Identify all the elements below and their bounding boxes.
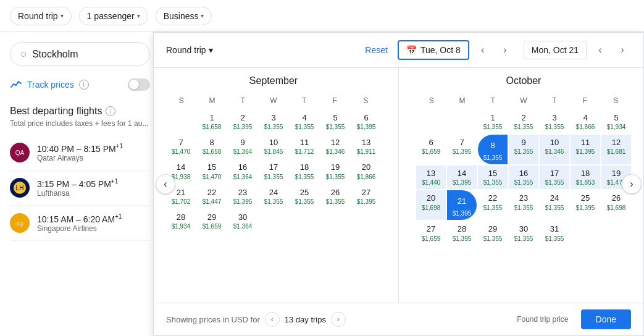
calendar-day[interactable]: 21$1,395	[447, 190, 477, 220]
calendar-day[interactable]: 26$1,355	[320, 185, 350, 208]
calendar-day[interactable]: 26$1,698	[601, 190, 631, 220]
calendar-day[interactable]: 17$1,355	[540, 166, 569, 189]
cabin-class-button[interactable]: Business ▾	[156, 7, 212, 25]
calendar-day[interactable]: 5$1,355	[320, 110, 350, 133]
trips-nav-prev[interactable]: ‹	[265, 312, 280, 327]
done-button[interactable]: Done	[581, 309, 631, 329]
calendar-day[interactable]: 30$1,364	[228, 209, 257, 233]
calendar-day[interactable]: 10$1,346	[540, 135, 569, 164]
calendar-day[interactable]: 29$1,659	[197, 209, 227, 233]
track-prices-toggle[interactable]	[128, 78, 150, 91]
flight-card-lufthansa[interactable]: LH 3:15 PM – 4:05 PM+1 Lufthansa	[10, 170, 150, 206]
best-departing-subtitle: Total price includes taxes + fees for 1 …	[10, 119, 150, 128]
right-nav-button[interactable]: ›	[622, 174, 642, 194]
round-trip-button[interactable]: Round trip ▾	[10, 7, 72, 25]
end-date-next[interactable]: ›	[614, 41, 631, 59]
calendar-day[interactable]: 24$1,355	[259, 185, 288, 208]
calendar-day[interactable]: 10$1,845	[259, 135, 288, 158]
start-date-box[interactable]: 📅 Tue, Oct 8	[398, 40, 469, 60]
calendar-day[interactable]: 8$1,355	[478, 135, 508, 164]
calendar-footer: Showing prices in USD for ‹ 13 day trips…	[154, 303, 643, 335]
calendar-day[interactable]: 16$1,364	[228, 159, 257, 183]
qatar-logo: QA	[10, 143, 30, 162]
calendar-day[interactable]: 19$1,355	[320, 159, 350, 183]
calendar-day[interactable]: 28$1,934	[166, 209, 196, 233]
calendar-day[interactable]: 23$1,395	[228, 185, 257, 208]
calendar-day[interactable]: 11$1,712	[290, 135, 319, 158]
calendar-day[interactable]: 18$1,853	[571, 166, 600, 189]
trips-label: 13 day trips	[285, 315, 326, 324]
calendar-day[interactable]: 4$1,866	[571, 110, 600, 133]
calendar-day[interactable]: 2$1,355	[509, 110, 538, 133]
calendar-day[interactable]: 13$1,911	[351, 135, 381, 158]
calendar-day[interactable]: 15$1,355	[478, 166, 508, 189]
calendar-day[interactable]: 9$1,355	[509, 135, 538, 164]
calendar-day[interactable]: 4$1,355	[290, 110, 319, 133]
calendar-day[interactable]: 2$1,395	[228, 110, 257, 133]
calendar-round-trip-label: Round trip	[166, 45, 206, 55]
calendar-day[interactable]: 1$1,658	[197, 110, 227, 133]
calendar-day[interactable]: 12$1,681	[601, 135, 631, 164]
svg-text:SQ: SQ	[16, 221, 23, 227]
calendar-day[interactable]: 27$1,659	[416, 221, 446, 245]
calendar-day[interactable]: 11$1,395	[571, 135, 600, 164]
best-departing-section: Best departing flights i Total price inc…	[10, 106, 150, 241]
calendar-day[interactable]: 3$1,355	[540, 110, 569, 133]
end-date-prev[interactable]: ‹	[592, 41, 609, 59]
calendar-day[interactable]: 30$1,355	[509, 221, 538, 245]
calendar-day[interactable]: 15$1,470	[197, 159, 227, 183]
calendar-day	[351, 209, 381, 233]
calendar-day[interactable]: 18$1,355	[290, 159, 319, 183]
track-prices-info-icon[interactable]: i	[79, 80, 89, 90]
end-date-box[interactable]: Mon, Oct 21	[524, 41, 587, 59]
calendar-day[interactable]: 23$1,355	[509, 190, 538, 220]
calendar-day[interactable]: 29$1,355	[478, 221, 508, 245]
best-departing-info-icon[interactable]: i	[106, 106, 115, 116]
qatar-airline-name: Qatar Airways	[37, 154, 150, 162]
qatar-flight-time: 10:40 PM – 8:15 PM+1	[37, 143, 150, 154]
calendar-day[interactable]: 6$1,395	[351, 110, 381, 133]
start-date-next[interactable]: ›	[496, 41, 514, 59]
calendar-day[interactable]: 16$1,355	[509, 166, 538, 189]
start-date-prev[interactable]: ‹	[474, 41, 491, 59]
calendar-day[interactable]: 7$1,470	[166, 135, 196, 158]
reset-button[interactable]: Reset	[365, 45, 388, 55]
flight-card-singapore[interactable]: SQ 10:15 AM – 6:20 AM+1 Singapore Airlin…	[10, 206, 150, 241]
calendar-day	[290, 209, 319, 233]
calendar-day[interactable]: 25$1,395	[571, 190, 600, 220]
calendar-day[interactable]: 22$1,447	[197, 185, 227, 208]
calendar-day[interactable]: 20$1,866	[351, 159, 381, 183]
calendar-day[interactable]: 20$1,698	[416, 190, 446, 220]
lufthansa-flight-time: 3:15 PM – 4:05 PM+1	[37, 178, 150, 189]
calendar-day[interactable]: 17$1,355	[259, 159, 288, 183]
october-grid: 1$1,3552$1,3553$1,3554$1,8665$1,9346$1,6…	[416, 110, 631, 245]
top-bar: Round trip ▾ 1 passenger ▾ Business ▾	[0, 0, 644, 32]
calendar-day[interactable]: 22$1,355	[478, 190, 508, 220]
calendar-day[interactable]: 6$1,659	[416, 135, 446, 164]
calendar-day[interactable]: 27$1,395	[351, 185, 381, 208]
passengers-button[interactable]: 1 passenger ▾	[79, 7, 148, 25]
calendar-day[interactable]: 12$1,346	[320, 135, 350, 158]
calendar-day[interactable]: 25$1,355	[290, 185, 319, 208]
calendar-day[interactable]: 13$1,440	[416, 166, 446, 189]
calendar-day[interactable]: 3$1,355	[259, 110, 288, 133]
calendar-day[interactable]: 14$1,395	[447, 166, 477, 189]
calendar-day[interactable]: 1$1,355	[478, 110, 508, 133]
calendar-day[interactable]: 7$1,395	[447, 135, 477, 164]
calendar-day[interactable]: 9$1,364	[228, 135, 257, 158]
calendar-day	[416, 110, 446, 133]
search-input[interactable]: ○ Stockholm	[10, 42, 150, 66]
calendar-day[interactable]: 24$1,355	[540, 190, 569, 220]
calendar-day[interactable]: 5$1,934	[601, 110, 631, 133]
calendar-round-trip-selector[interactable]: Round trip ▾	[166, 45, 213, 55]
end-date-nav: Mon, Oct 21 ‹ ›	[524, 41, 631, 59]
calendar-day[interactable]: 8$1,658	[197, 135, 227, 158]
calendar-day[interactable]: 31$1,355	[540, 221, 569, 245]
calendar-header: Round trip ▾ Reset 📅 Tue, Oct 8 ‹ › Mon,…	[154, 33, 643, 68]
found-price-label: Found trip price	[517, 315, 568, 324]
flight-card-qatar[interactable]: QA 10:40 PM – 8:15 PM+1 Qatar Airways	[10, 135, 150, 170]
left-nav-button[interactable]: ‹	[156, 174, 175, 194]
main-content: ○ Stockholm Track prices i Best departin…	[0, 32, 644, 336]
trips-nav-next[interactable]: ›	[331, 312, 346, 327]
calendar-day[interactable]: 28$1,395	[447, 221, 477, 245]
